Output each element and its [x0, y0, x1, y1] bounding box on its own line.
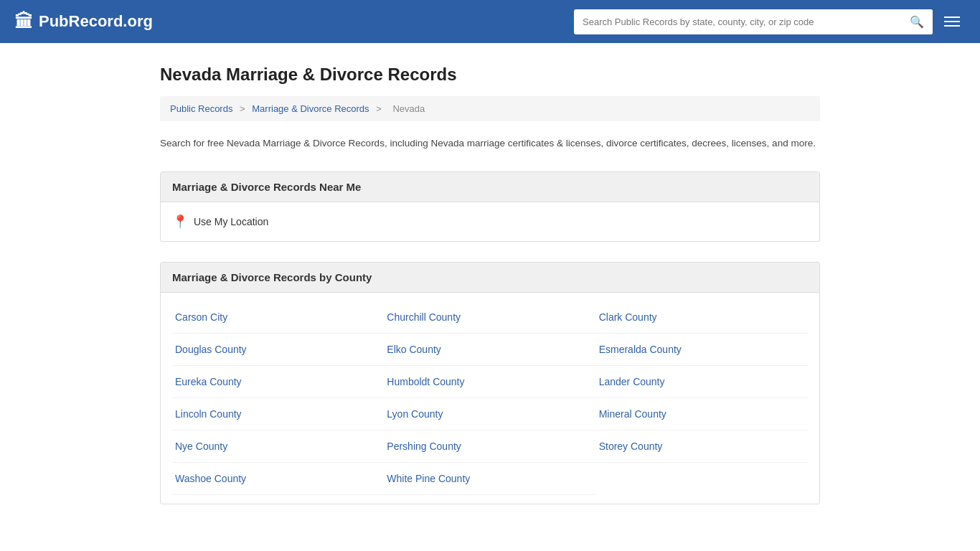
county-grid: Carson CityChurchill CountyClark CountyD… [161, 293, 819, 504]
county-item[interactable]: Clark County [596, 301, 808, 334]
near-me-body: 📍 Use My Location [161, 202, 819, 241]
county-section-heading: Marriage & Divorce Records by County [161, 263, 819, 293]
location-icon: 📍 [172, 214, 188, 230]
site-logo[interactable]: 🏛 PubRecord.org [14, 11, 153, 33]
page-description: Search for free Nevada Marriage & Divorc… [160, 136, 820, 151]
county-item[interactable]: Nye County [172, 430, 384, 463]
page-title: Nevada Marriage & Divorce Records [160, 65, 820, 85]
county-item[interactable]: Douglas County [172, 334, 384, 366]
building-icon: 🏛 [14, 11, 33, 33]
county-item[interactable]: Eureka County [172, 366, 384, 398]
search-icon: 🔍 [910, 16, 924, 28]
county-item[interactable]: Elko County [384, 334, 595, 366]
county-item[interactable]: Lyon County [384, 398, 595, 430]
hamburger-line-3 [944, 25, 960, 27]
logo-text: PubRecord.org [39, 12, 153, 31]
near-me-section: Marriage & Divorce Records Near Me 📍 Use… [160, 171, 820, 242]
county-item[interactable]: Lander County [596, 366, 808, 398]
breadcrumb-public-records[interactable]: Public Records [170, 103, 232, 114]
search-area: 🔍 [574, 9, 966, 34]
breadcrumb-sep-2: > [376, 103, 384, 114]
search-button[interactable]: 🔍 [901, 9, 933, 34]
county-item[interactable]: Churchill County [384, 301, 595, 334]
breadcrumb-marriage-divorce[interactable]: Marriage & Divorce Records [252, 103, 369, 114]
county-item[interactable]: White Pine County [384, 463, 595, 495]
county-item[interactable]: Storey County [596, 430, 808, 463]
search-input[interactable] [574, 11, 901, 33]
use-location-label: Use My Location [194, 216, 268, 227]
county-item[interactable]: Mineral County [596, 398, 808, 430]
county-item[interactable]: Pershing County [384, 430, 595, 463]
county-item[interactable]: Humboldt County [384, 366, 595, 398]
hamburger-line-1 [944, 17, 960, 18]
county-item[interactable]: Esmeralda County [596, 334, 808, 366]
hamburger-line-2 [944, 21, 960, 22]
site-header: 🏛 PubRecord.org 🔍 [0, 0, 980, 43]
county-item[interactable]: Lincoln County [172, 398, 384, 430]
menu-button[interactable] [938, 14, 966, 29]
breadcrumb-nevada: Nevada [392, 103, 425, 114]
main-content: Nevada Marriage & Divorce Records Public… [146, 43, 834, 551]
breadcrumb: Public Records > Marriage & Divorce Reco… [160, 96, 820, 121]
near-me-heading: Marriage & Divorce Records Near Me [161, 172, 819, 202]
county-section: Marriage & Divorce Records by County Car… [160, 262, 820, 504]
county-item[interactable]: Washoe County [172, 463, 384, 495]
county-item[interactable]: Carson City [172, 301, 384, 334]
use-location-button[interactable]: 📍 Use My Location [172, 214, 808, 230]
breadcrumb-sep-1: > [240, 103, 248, 114]
search-wrapper: 🔍 [574, 9, 933, 34]
